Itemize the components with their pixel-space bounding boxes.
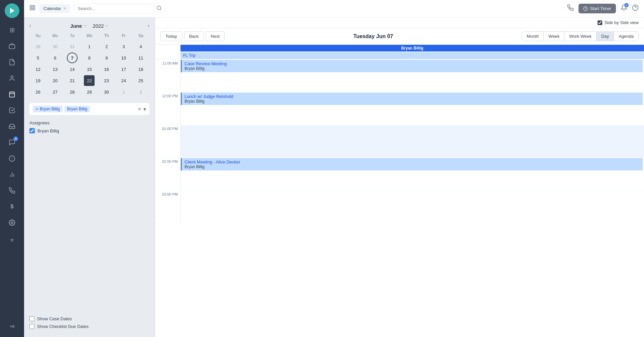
- day-cell[interactable]: 28: [67, 87, 78, 97]
- view-day-button[interactable]: Day: [597, 32, 614, 41]
- add-icon[interactable]: +: [5, 233, 19, 247]
- day-cell[interactable]: 31: [67, 41, 78, 52]
- dollar-icon[interactable]: $: [5, 199, 19, 214]
- day-cell[interactable]: 24: [118, 75, 129, 86]
- day-cell[interactable]: 9: [101, 52, 112, 63]
- side-by-side-bar: Side by Side view: [155, 17, 644, 28]
- calendar-tab[interactable]: Calendar ✕: [39, 4, 70, 13]
- mini-cal-header: ‹ June 2022 ›: [29, 23, 149, 29]
- view-month-button[interactable]: Month: [522, 32, 544, 41]
- app-logo[interactable]: [5, 3, 19, 18]
- day-cell[interactable]: 15: [84, 64, 95, 75]
- day-cell[interactable]: 17: [118, 64, 129, 75]
- show-case-dates-checkbox[interactable]: [29, 316, 34, 321]
- time-slot-1pm[interactable]: [180, 125, 644, 157]
- chart-icon[interactable]: [5, 167, 19, 182]
- search-input[interactable]: [74, 4, 154, 13]
- calendar-week-4: 19 20 21 22 23 24 25: [29, 75, 149, 86]
- day-cell[interactable]: 8: [84, 52, 95, 63]
- assignee-checkbox-bryan[interactable]: [29, 128, 35, 133]
- svg-point-2: [11, 76, 13, 78]
- info-icon[interactable]: [5, 151, 19, 166]
- day-cell[interactable]: 1: [84, 41, 95, 52]
- logout-icon[interactable]: ⇒: [5, 319, 19, 334]
- event-case-review[interactable]: Case Review Meeting Bryan Billig: [181, 60, 643, 72]
- day-view: Bryan Billig FL Trip 11:00 AM Case Revie…: [155, 45, 644, 337]
- calendar-icon[interactable]: [5, 87, 19, 102]
- day-cell[interactable]: 23: [101, 75, 112, 86]
- svg-point-18: [157, 6, 161, 10]
- day-cell[interactable]: 6: [50, 52, 60, 63]
- day-cell[interactable]: 16: [101, 64, 112, 75]
- filter-tag-2[interactable]: Bryan Billig: [65, 106, 90, 112]
- day-cell[interactable]: 19: [33, 75, 43, 86]
- chat-icon[interactable]: 3: [5, 135, 19, 150]
- event-client-meeting[interactable]: Client Meeting - Alice Decker Bryan Bill…: [181, 158, 643, 171]
- day-cell[interactable]: 3: [118, 41, 129, 52]
- day-cell[interactable]: 25: [135, 75, 146, 86]
- day-cell[interactable]: 29: [84, 87, 95, 97]
- time-label-12pm: 12:00 PM: [155, 92, 180, 124]
- day-cell[interactable]: 18: [135, 64, 146, 75]
- show-case-dates-item: Show Case Dates: [29, 316, 149, 321]
- prev-month-button[interactable]: ‹: [29, 23, 31, 29]
- event-subtitle-client: Bryan Billig: [184, 164, 640, 169]
- grid-icon[interactable]: ⊞: [5, 23, 19, 37]
- filter-expand-icon[interactable]: ▾: [143, 106, 146, 112]
- time-slot-2pm: Client Meeting - Alice Decker Bryan Bill…: [180, 157, 644, 190]
- day-cell[interactable]: 4: [135, 41, 146, 52]
- apps-icon[interactable]: [29, 5, 35, 12]
- day-cell[interactable]: 26: [33, 87, 43, 97]
- day-cell[interactable]: 11: [135, 52, 146, 63]
- day-cell[interactable]: 10: [118, 52, 129, 63]
- settings-icon[interactable]: [5, 215, 19, 230]
- phone-list-icon[interactable]: [5, 183, 19, 198]
- tab-label: Calendar: [43, 6, 61, 11]
- day-cell[interactable]: 2: [101, 41, 112, 52]
- day-cell-selected[interactable]: 22: [84, 75, 95, 86]
- day-cell[interactable]: 12: [33, 64, 43, 75]
- view-agenda-button[interactable]: Agenda: [614, 32, 638, 41]
- help-icon[interactable]: [632, 4, 639, 13]
- briefcase-icon[interactable]: [5, 39, 19, 53]
- day-cell[interactable]: 20: [50, 75, 60, 86]
- event-lunch-judge[interactable]: Lunch w/ Judge Reinhold Bryan Billig: [181, 93, 643, 105]
- checklist-icon[interactable]: [5, 103, 19, 118]
- search-icon[interactable]: [156, 5, 162, 12]
- bell-icon[interactable]: 2: [621, 4, 627, 13]
- today-button[interactable]: Today: [160, 31, 182, 41]
- start-timer-button[interactable]: Start Timer: [578, 4, 616, 13]
- time-slot-3pm[interactable]: [180, 190, 644, 223]
- day-cell[interactable]: 2: [135, 87, 146, 97]
- phone-icon[interactable]: [567, 4, 574, 13]
- all-day-event-bryan-billig[interactable]: Bryan Billig: [180, 45, 644, 51]
- filter-tag-close-icon[interactable]: ✕: [35, 107, 38, 111]
- time-slot-11am: Case Review Meeting Bryan Billig: [180, 59, 644, 92]
- day-cell[interactable]: 30: [101, 87, 112, 97]
- day-cell[interactable]: 13: [50, 64, 60, 75]
- sbs-checkbox[interactable]: [598, 20, 602, 25]
- next-month-button[interactable]: ›: [148, 23, 149, 29]
- day-cell[interactable]: 1: [118, 87, 129, 97]
- all-day-event-fl-trip[interactable]: FL Trip: [180, 52, 644, 59]
- tab-close-icon[interactable]: ✕: [63, 6, 66, 11]
- chat-badge: 3: [13, 136, 18, 141]
- filter-clear-button[interactable]: ✕: [138, 107, 141, 112]
- day-cell[interactable]: 21: [67, 75, 78, 86]
- day-cell[interactable]: 30: [50, 41, 60, 52]
- day-cell[interactable]: 29: [33, 41, 43, 52]
- person-icon[interactable]: [5, 71, 19, 86]
- day-cell[interactable]: 27: [50, 87, 60, 97]
- time-row-2pm: 02:00 PM Client Meeting - Alice Decker B…: [155, 157, 644, 190]
- view-week-button[interactable]: Week: [544, 32, 564, 41]
- view-workweek-button[interactable]: Work Week: [564, 32, 597, 41]
- inbox-icon[interactable]: [5, 119, 19, 134]
- next-button[interactable]: Next: [206, 31, 225, 41]
- back-button[interactable]: Back: [184, 31, 204, 41]
- show-checklist-checkbox[interactable]: [29, 324, 34, 329]
- day-cell-today[interactable]: 7: [67, 52, 78, 63]
- day-cell[interactable]: 14: [67, 64, 78, 75]
- document-icon[interactable]: [5, 55, 19, 70]
- day-cell[interactable]: 5: [33, 52, 43, 63]
- filter-tag-1[interactable]: ✕ Bryan Billig: [33, 106, 62, 112]
